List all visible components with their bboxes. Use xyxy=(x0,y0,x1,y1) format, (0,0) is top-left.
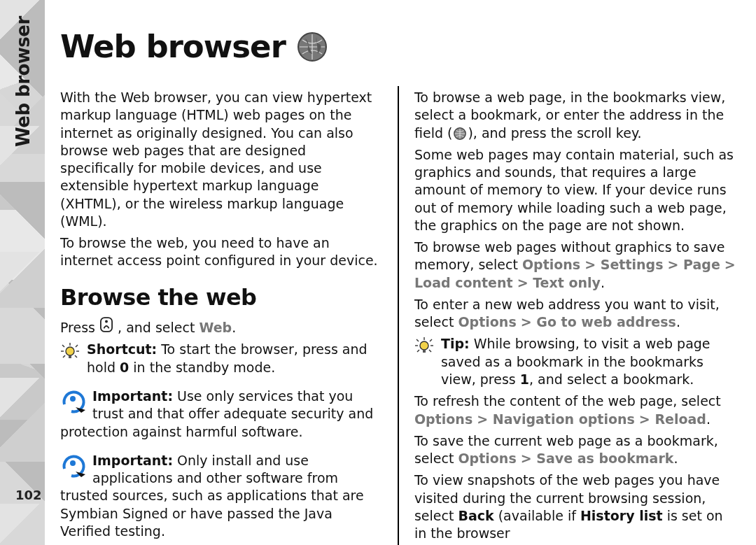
go-address-paragraph: To enter a new web address you want to v… xyxy=(414,296,736,332)
menu-options-4: Options xyxy=(458,451,516,466)
save-bookmark-paragraph: To save the current web page as a bookma… xyxy=(414,432,736,468)
svg-point-10 xyxy=(66,347,74,355)
menu-options-2: Options xyxy=(458,314,516,330)
press-suffix: . xyxy=(232,320,236,335)
svg-line-21 xyxy=(429,350,431,352)
shortcut-text: Shortcut: To start the browser, press an… xyxy=(87,341,382,376)
gt: > xyxy=(521,451,537,466)
history-list-label: History list xyxy=(580,508,663,523)
right-column: To browse a web page, in the bookmarks v… xyxy=(399,85,736,545)
shortcut-block: Shortcut: To start the browser, press an… xyxy=(60,341,382,376)
svg-point-2 xyxy=(105,320,108,323)
p5-b: . xyxy=(706,411,710,427)
shortcut-label: Shortcut: xyxy=(87,341,157,357)
page-content: Web browser With the Web browser, you ca… xyxy=(60,28,736,545)
important-label-2: Important: xyxy=(92,453,173,468)
gt: > xyxy=(517,275,533,290)
shortcut-body-b: in the standby mode. xyxy=(129,360,275,375)
p6-b: . xyxy=(673,451,678,466)
access-point-paragraph: To browse the web, you need to have an i… xyxy=(60,234,382,270)
gt: > xyxy=(521,314,537,330)
important-block-1: Important: Use only services that you tr… xyxy=(60,388,382,441)
left-column: With the Web browser, you can view hyper… xyxy=(60,85,398,545)
menu-settings: Settings xyxy=(601,257,664,272)
press-mid: , and select xyxy=(118,320,199,335)
p7-b: (available if xyxy=(494,508,580,523)
tip-block: Tip: While browsing, to visit a web page… xyxy=(414,335,736,388)
tip-b: , and select a bookmark. xyxy=(529,371,694,387)
intro-paragraph: With the Web browser, you can view hyper… xyxy=(60,89,382,230)
menu-load-content: Load content xyxy=(414,275,513,290)
shortcut-zero: 0 xyxy=(120,360,129,375)
address-globe-icon xyxy=(452,126,468,141)
text-only-paragraph: To browse web pages without graphics to … xyxy=(414,239,736,292)
menu-reload: Reload xyxy=(654,411,706,427)
page-title: Web browser xyxy=(60,28,736,65)
svg-rect-23 xyxy=(423,350,426,353)
svg-rect-11 xyxy=(69,355,71,358)
tip-label: Tip: xyxy=(441,336,470,351)
important-arrow-icon xyxy=(60,452,88,479)
reload-paragraph: To refresh the content of the web page, … xyxy=(414,392,736,428)
side-tab-label: Web browser xyxy=(13,16,34,147)
tip-text: Tip: While browsing, to visit a web page… xyxy=(441,335,736,388)
important-arrow-icon xyxy=(60,388,88,414)
memory-paragraph: Some web pages may contain material, suc… xyxy=(414,146,736,234)
p5-a: To refresh the content of the web page, … xyxy=(414,393,721,409)
history-paragraph: To view snapshots of the web pages you h… xyxy=(414,472,736,542)
menu-options-1: Options xyxy=(522,257,580,272)
menu-nav-options: Navigation options xyxy=(493,411,635,427)
gt: > xyxy=(477,411,493,427)
menu-web: Web xyxy=(199,320,232,335)
svg-line-8 xyxy=(63,355,65,358)
press-web-line: Press , and select Web. xyxy=(60,316,382,337)
browse-subheading: Browse the web xyxy=(60,283,382,313)
page-title-text: Web browser xyxy=(60,28,286,65)
menu-text-only: Text only xyxy=(533,275,601,290)
press-prefix: Press xyxy=(60,320,99,335)
gt: > xyxy=(584,257,601,272)
gt: > xyxy=(724,257,736,272)
gt: > xyxy=(668,257,684,272)
p1-b: ), and press the scroll key. xyxy=(468,125,641,141)
important-label-1: Important: xyxy=(92,388,173,404)
tip-bulb-icon xyxy=(414,337,434,355)
svg-line-20 xyxy=(417,350,419,352)
svg-line-9 xyxy=(75,355,77,358)
tip-bulb-icon xyxy=(60,342,80,360)
svg-point-13 xyxy=(70,460,76,466)
svg-line-5 xyxy=(76,345,78,347)
menu-save-bookmark: Save as bookmark xyxy=(536,451,673,466)
tip-one: 1 xyxy=(520,371,529,387)
back-label: Back xyxy=(458,508,493,523)
globe-icon xyxy=(297,31,328,62)
svg-line-16 xyxy=(416,339,419,341)
svg-line-4 xyxy=(62,345,64,347)
browse-bookmark-paragraph: To browse a web page, in the bookmarks v… xyxy=(414,89,736,142)
svg-point-12 xyxy=(70,396,76,402)
svg-rect-1 xyxy=(101,318,112,332)
menu-options-3: Options xyxy=(414,411,472,427)
p4-b: . xyxy=(676,314,680,330)
menu-go-address: Go to web address xyxy=(536,314,676,330)
svg-point-22 xyxy=(420,341,428,350)
menu-page: Page xyxy=(683,257,720,272)
svg-line-17 xyxy=(430,339,432,341)
important-block-2: Important: Only install and use applicat… xyxy=(60,452,382,540)
home-key-icon xyxy=(99,316,113,333)
page-number: 102 xyxy=(15,488,42,502)
gt: > xyxy=(639,411,655,427)
p3-b: . xyxy=(601,275,605,290)
